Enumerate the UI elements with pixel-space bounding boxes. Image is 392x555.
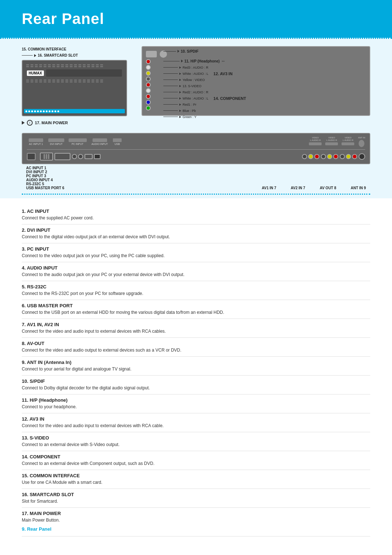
port-yellow [146, 71, 151, 76]
bc-av1 [302, 154, 319, 159]
port-white2 [146, 88, 151, 93]
bc-audio [72, 154, 83, 159]
desc-title-14: 14. COMPONENT [22, 454, 370, 459]
ann-hp: 11. H/P (Headphone) ↔ [163, 58, 246, 64]
desc-text-1: Connect the supplied AC power cord. [22, 215, 370, 221]
desc-item-16: 16. SMARTCARD SLOT Slot for Smartcard. [22, 489, 370, 508]
desc-text-16: Slot for Smartcard. [22, 498, 370, 505]
desc-title-9: 9. ANT IN (Antenna In) [22, 360, 370, 365]
port-blue [146, 100, 151, 105]
footer-nav: 9. Rear Panel [22, 523, 370, 533]
desc-title-17: 17. MAIN POWER [22, 511, 370, 516]
btl-pc: PC INPUT [68, 138, 87, 145]
btl-video2: VIDEO L AUDIO R [325, 137, 338, 147]
desc-item-8: 8. AV-OUT Connect for the video and audi… [22, 338, 370, 357]
desc-text-11: Connect to your headphone. [22, 404, 370, 410]
desc-text-13: Connect to an external device with S-Vid… [22, 441, 370, 448]
power-arrow-icon [22, 121, 25, 125]
ann-spdif: 10. S/PDIF [163, 46, 246, 56]
desc-item-13: 13. S-VIDEO Connect to an external devic… [22, 432, 370, 451]
port-red3 [146, 59, 151, 64]
descriptions-section: 1. AC INPUT Connect the supplied AC powe… [0, 198, 392, 544]
power-circle-icon: I [27, 120, 33, 126]
port-green [146, 106, 151, 110]
bc-avout [340, 154, 357, 159]
btl-usb: USB [112, 138, 123, 145]
desc-title-6: 6. USB MASTER PORT [22, 303, 370, 308]
label-16: 16. SMARTCARD SLOT [22, 52, 131, 58]
desc-item-7: 7. AV1 IN, AV2 IN Connect for the video … [22, 319, 370, 338]
label-17: 17. MAIN POWER [35, 121, 68, 125]
spdif-port [146, 51, 157, 57]
bc-av2 [321, 154, 338, 159]
desc-text-8: Connect for the video and audio output t… [22, 347, 370, 353]
desc-title-16: 16. SMARTCARD SLOT [22, 492, 370, 497]
desc-title-11: 11. H/P (Headphone) [22, 397, 370, 403]
header-banner: Rear Panel [0, 0, 392, 38]
device-brand-label: HUMAX [27, 70, 44, 76]
desc-title-5: 5. RS-232C [22, 284, 370, 289]
port-svideo [146, 77, 151, 81]
device-image: HUMAX [22, 60, 127, 116]
desc-text-15: Use for one CA Module with a smart card. [22, 479, 370, 486]
panel-area: 15. COMMON INTERFACE 16. SMARTCARD SLOT [22, 46, 370, 126]
component-label: 14. COMPONENT [213, 96, 246, 101]
btl-audio: AUDIO INPUT [90, 138, 110, 145]
desc-item-14: 14. COMPONENT Connect to an external dev… [22, 451, 370, 470]
desc-title-3: 3. PC INPUT [22, 246, 370, 252]
ann-green: Green : Y [163, 114, 246, 120]
ann-yellow: Yellow : VIDEO [163, 77, 246, 83]
desc-item-12: 12. AV3 IN Connect for the video and aud… [22, 413, 370, 432]
ann-red1: Red1 : Pr [163, 101, 246, 108]
desc-text-3: Connect to the video output jack on your… [22, 252, 370, 259]
port-red2 [146, 82, 151, 87]
bc-ant [359, 153, 365, 160]
bc-ac [27, 153, 36, 160]
desc-item-17: 17. MAIN POWER Main Power Button. 9. Rea… [22, 508, 370, 536]
desc-title-1: 1. AC INPUT [22, 208, 370, 214]
port-red1 [146, 94, 151, 99]
ann-svideo: 13. S-VIDEO [163, 83, 246, 89]
btl-video-groups: VIDEO L AUDIO R VIDEO L AUDIO R [309, 137, 365, 147]
ann-red3: Red3 : AUDIO : R [163, 64, 246, 70]
bottom-circles-row [27, 153, 365, 161]
desc-title-13: 13. S-VIDEO [22, 435, 370, 441]
btl-video3: VIDEO L AUDIO R [342, 137, 354, 147]
desc-text-10: Connect to Dolby digital decoder for the… [22, 385, 370, 391]
ann-white2: White : AUDIO : L 14. COMPONENT [163, 95, 246, 101]
desc-item-11: 11. H/P (Headphone) Connect to your head… [22, 394, 370, 413]
desc-title-4: 4. AUDIO INPUT [22, 265, 370, 271]
btl-video1: VIDEO L AUDIO R [309, 137, 322, 147]
desc-title-8: 8. AV-OUT [22, 341, 370, 346]
lbl-right-group: AV1 IN 7 AV2 IN 7 AV OUT 8 ANT IN 9 [262, 166, 366, 190]
label-17-area: I 17. MAIN POWER [22, 120, 131, 126]
diagram-section: 15. COMMON INTERFACE 16. SMARTCARD SLOT [0, 38, 392, 198]
desc-text-9: Connect to your aerial for digital and a… [22, 366, 370, 372]
bottom-panel-box: AC INPUT 1 DVI INPUT PC INPUT AUDIO INPU… [22, 133, 370, 164]
desc-text-17: Main Power Button. [22, 517, 370, 523]
desc-title-15: 15. COMMON INTERFACE [22, 473, 370, 478]
btl-ac: AC INPUT 1 [27, 138, 45, 145]
lbl-ac-input: AC INPUT 1 DVI INPUT 2 PC INPUT 3 AUDIO … [26, 166, 262, 190]
desc-item-9: 9. ANT IN (Antenna In) Connect to your a… [22, 357, 370, 376]
desc-title-7: 7. AV1 IN, AV2 IN [22, 322, 370, 327]
bc-pc [54, 153, 70, 160]
desc-item-6: 6. USB MASTER PORT Connect to the USB po… [22, 300, 370, 319]
desc-text-6: Connect to the USB port on an external H… [22, 309, 370, 316]
bc-rs232c [85, 154, 93, 159]
desc-item-1: 1. AC INPUT Connect the supplied AC powe… [22, 206, 370, 224]
desc-title-2: 2. DVI INPUT [22, 227, 370, 233]
label-15: 15. COMMON INTERFACE [22, 46, 131, 52]
desc-item-10: 10. S/PDIF Connect to Dolby digital deco… [22, 376, 370, 394]
desc-text-12: Connect for the video and audio input to… [22, 422, 370, 429]
page-title: Rear Panel [22, 10, 370, 28]
right-panel-area: 10. S/PDIF 11. H/P (Headphone) ↔ Red3 : … [142, 46, 370, 116]
av3-in-label: 12. AV3 IN [213, 72, 233, 76]
bc-dvi [40, 153, 53, 161]
desc-text-4: Connect to the audio output jack on your… [22, 271, 370, 278]
desc-item-3: 3. PC INPUT Connect to the video output … [22, 243, 370, 262]
desc-title-12: 12. AV3 IN [22, 416, 370, 422]
bottom-top-labels: AC INPUT 1 DVI INPUT PC INPUT AUDIO INPU… [27, 137, 365, 150]
ann-red2: Red2 : AUDIO : R [163, 89, 246, 95]
diagram-inner: 15. COMMON INTERFACE 16. SMARTCARD SLOT [22, 46, 370, 195]
